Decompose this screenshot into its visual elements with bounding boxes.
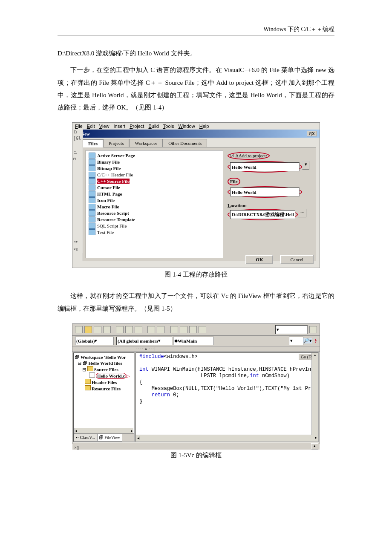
tree-project[interactable]: ⊟ 🗊 Hello World files [75, 360, 133, 366]
file-icon [89, 223, 95, 229]
tab-workspaces[interactable]: Workspaces [129, 139, 163, 147]
find-icon[interactable] [199, 326, 206, 333]
para-1: D:\DirectX8.0 游戏编程\下的 Hello World 文件夹。 [58, 47, 334, 60]
dialog-right-pane: ☑ AAdd to project: ▾ File Location: ... [226, 147, 316, 261]
file-icon [89, 372, 95, 378]
item-asp[interactable]: Active Server Page [89, 152, 220, 159]
item-macro[interactable]: Macro File [89, 203, 220, 210]
tab-other-documents[interactable]: Other Documents [163, 139, 207, 147]
menu-view[interactable]: View [99, 124, 110, 129]
toolbar-icon[interactable] [189, 326, 197, 333]
scroll-up-icon[interactable]: ▴ [311, 443, 318, 450]
location-label: Location: [228, 203, 311, 208]
toolbar-icon[interactable] [180, 326, 187, 333]
file-icon [89, 210, 95, 216]
dialog-close-icon[interactable]: ?|X [307, 131, 317, 136]
menu-help[interactable]: Help [199, 124, 209, 129]
tab-fileview[interactable]: 🗐 FileView [97, 434, 122, 441]
paste-icon[interactable] [135, 326, 142, 333]
item-resource-template[interactable]: Resource Template [89, 216, 220, 222]
members-combo[interactable]: (All global members ▾ [116, 337, 172, 345]
para-3: 这样，就在刚才的空工程中加入了一个文件，可以在 Vc 的 FileView 框中… [58, 290, 334, 315]
item-cpp-source[interactable]: C++ Source File [89, 178, 220, 184]
toolbar-combo[interactable]: ▾ [275, 325, 308, 334]
save-icon[interactable] [94, 326, 101, 333]
tree-tabs: ▪▫ ClassV... 🗐 FileView [74, 433, 134, 441]
file-icon [89, 153, 95, 159]
ruler-bar: · · · · ▲ · · · | [72, 346, 320, 352]
menu-file[interactable]: File [75, 124, 83, 129]
toolbar-icon[interactable] [170, 326, 178, 333]
toolbar-icon[interactable] [309, 326, 317, 333]
item-icon[interactable]: Icon File [89, 197, 220, 203]
ide-left-gutter: 🗋 [Gl 🗀 ⊟ ◂▸ ×▯ [72, 129, 83, 253]
nav-combo[interactable]: ▾ [289, 337, 303, 345]
wiz-icon-circled[interactable] [316, 340, 317, 341]
file-icon [89, 178, 95, 184]
ok-button[interactable]: OK [245, 255, 273, 264]
ide-bottom-bar: ×▯ ▴ [72, 443, 320, 450]
add-to-project-checkbox[interactable]: ☑ AAdd to project: [228, 152, 311, 160]
ide-menubar[interactable]: File Edit View Insert Project Build Tool… [72, 123, 320, 130]
caption-1-5: 图 1-5Vc 的编辑框 [58, 451, 334, 459]
fileview-tree[interactable]: 🗊 Workspace 'Hello Wor ⊟ 🗊 Hello World f… [73, 352, 135, 442]
item-text[interactable]: Text File [89, 229, 220, 235]
file-icon [89, 216, 95, 222]
file-type-list[interactable]: Active Server Page Binary File Bitmap Fi… [86, 150, 223, 258]
ide-body: 🗊 Workspace 'Hello Wor ⊟ 🗊 Hello World f… [72, 352, 320, 443]
menu-project[interactable]: Project [130, 124, 144, 129]
ide-toolbar[interactable]: ▾ [72, 324, 320, 336]
redo-icon[interactable] [157, 326, 164, 333]
menu-edit[interactable]: Edit [87, 124, 95, 129]
tree-file-selected[interactable]: Hello World.c▷ [75, 372, 133, 379]
file-icon [89, 185, 95, 190]
para-2: 下一步，在空的工程中加入 C 语言的源程序文件。在 VisualC++6.0 的… [58, 64, 334, 114]
wizard-bar: (Globals) ▾ (All global members ▾ ◆ WinM… [72, 336, 320, 346]
folder-icon [87, 366, 93, 371]
tab-files[interactable]: Files [83, 139, 103, 147]
tree-header-files[interactable]: Header Files [75, 379, 133, 385]
dialog-tabs: Files Projects Workspaces Other Document… [83, 139, 320, 147]
cancel-button[interactable]: Cancel [280, 255, 314, 264]
tree-resource-files[interactable]: Resource Files [75, 385, 133, 392]
undo-icon[interactable] [147, 326, 155, 333]
code-editor[interactable]: Go (F5)#include<windows.h> int WINAPI Wi… [135, 352, 319, 442]
cut-icon[interactable] [116, 326, 124, 333]
item-header[interactable]: C/C++ Header File [89, 171, 220, 178]
toolbar-icon[interactable] [75, 326, 83, 333]
tab-projects[interactable]: Projects [103, 139, 129, 147]
item-sql[interactable]: SQL Script File [89, 222, 220, 229]
item-resource-script[interactable]: Resource Script [89, 210, 220, 216]
menu-insert[interactable]: Insert [114, 124, 126, 129]
file-icon [89, 165, 95, 171]
menu-window[interactable]: Window [179, 124, 195, 129]
tree-workspace[interactable]: 🗊 Workspace 'Hello Wor [75, 354, 133, 360]
item-cursor[interactable]: Cursor File [89, 184, 220, 190]
file-icon [89, 159, 95, 165]
dialog-titlebar[interactable]: New ?|X [78, 130, 320, 138]
item-binary[interactable]: Binary File [89, 159, 220, 165]
dialog-body: Active Server Page Binary File Bitmap Fi… [83, 147, 316, 261]
menu-build[interactable]: Build [148, 124, 159, 129]
code-scrollbar-h[interactable]: ◂|▸ [136, 435, 318, 441]
file-icon [89, 204, 95, 210]
figure-1-4: File Edit View Insert Project Build Tool… [72, 122, 320, 268]
code-scrollbar-v[interactable]: ▴ [311, 353, 318, 435]
copy-icon[interactable] [125, 326, 133, 333]
item-html[interactable]: HTML Page [89, 190, 220, 197]
tree-source-files[interactable]: ⊟ Source Files [75, 366, 133, 372]
tab-classview[interactable]: ▪▫ ClassV... [74, 434, 97, 441]
wizard-icon[interactable]: 🔎▾ [303, 338, 312, 343]
location-input[interactable] [230, 210, 295, 219]
folder-icon [85, 385, 91, 390]
menu-tools[interactable]: Tools [163, 124, 174, 129]
project-combo[interactable] [230, 162, 300, 171]
scope-combo[interactable]: (Globals) ▾ [75, 337, 114, 345]
figure-1-5: ▾ (Globals) ▾ (All global members ▾ ◆ Wi… [72, 323, 320, 444]
file-name-input[interactable] [230, 188, 300, 196]
open-icon[interactable] [84, 326, 92, 333]
dialog-buttons: OK Cancel [245, 255, 314, 264]
function-combo[interactable]: ◆ WinMain [173, 337, 214, 345]
save-all-icon[interactable] [103, 326, 111, 333]
item-bitmap[interactable]: Bitmap File [89, 165, 220, 171]
